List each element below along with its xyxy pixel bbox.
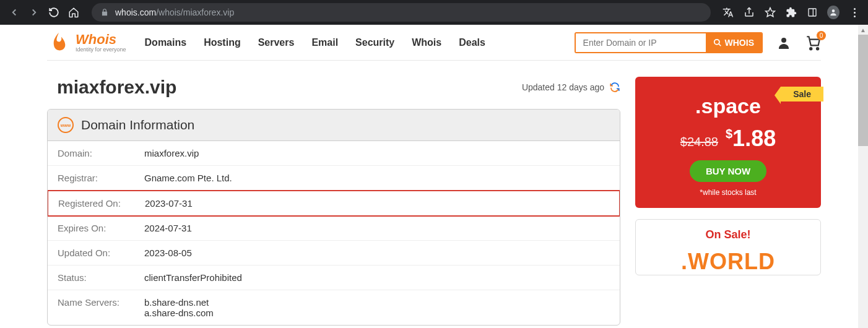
row-name-servers: Name Servers: b.share-dns.net a.share-dn…: [48, 290, 620, 325]
value-domain: miaxforex.vip: [144, 148, 199, 158]
nav-whois[interactable]: Whois: [412, 37, 441, 48]
value-status: clientTransferProhibited: [144, 272, 242, 283]
search-button-label: WHOIS: [725, 38, 754, 48]
back-button[interactable]: [7, 6, 21, 19]
value-updated: 2023-08-05: [144, 248, 192, 258]
address-bar[interactable]: whois.com/whois/miaxforex.vip: [92, 3, 711, 22]
onsale-tld: .WORLD: [636, 249, 820, 275]
promo-old-price: $24.88: [680, 135, 718, 149]
stock-note: *while stocks last: [635, 188, 821, 197]
onsale-title: On Sale!: [636, 228, 820, 241]
currency-symbol: $: [726, 127, 732, 140]
row-updated-on: Updated On: 2023-08-05: [48, 241, 620, 265]
updated-info: Updated 12 days ago: [522, 82, 620, 93]
row-registrar: Registrar: Gname.com Pte. Ltd.: [48, 166, 620, 191]
buy-now-button[interactable]: BUY NOW: [690, 160, 766, 182]
scroll-up-arrow[interactable]: ▲: [858, 25, 868, 35]
row-expires-on: Expires On: 2024-07-31: [48, 216, 620, 241]
home-button[interactable]: [67, 6, 80, 19]
svg-point-5: [714, 39, 719, 44]
svg-point-8: [810, 48, 812, 50]
cart-count-badge: 0: [817, 31, 826, 40]
label-nameservers: Name Servers:: [58, 297, 144, 318]
label-domain: Domain:: [58, 148, 144, 158]
refresh-icon[interactable]: [609, 82, 620, 93]
promo-card-space: Sale .space $24.88 $1.88 BUY NOW *while …: [635, 77, 821, 208]
nav-deals[interactable]: Deals: [459, 37, 485, 48]
forward-button[interactable]: [27, 6, 41, 19]
label-registered: Registered On:: [58, 198, 145, 209]
browser-toolbar: whois.com/whois/miaxforex.vip: [0, 0, 868, 25]
row-registered-on: Registered On: 2023-07-31: [47, 190, 620, 217]
logo-text: Whois: [76, 33, 126, 46]
svg-point-4: [832, 9, 835, 12]
nav-servers[interactable]: Servers: [258, 37, 295, 48]
side-panel-icon[interactable]: [806, 6, 818, 19]
svg-text:www: www: [60, 123, 71, 127]
vertical-scrollbar[interactable]: ▲: [858, 25, 868, 328]
svg-rect-2: [809, 9, 816, 16]
label-updated: Updated On:: [58, 248, 144, 258]
row-status: Status: clientTransferProhibited: [48, 265, 620, 290]
whois-search-button[interactable]: WHOIS: [706, 33, 762, 52]
label-registrar: Registrar:: [58, 173, 144, 183]
url-path: /whois/miaxforex.vip: [156, 7, 234, 17]
url-host: whois.com: [115, 7, 156, 17]
svg-marker-1: [766, 8, 775, 17]
updated-text: Updated 12 days ago: [522, 82, 604, 92]
browser-right-icons: [722, 6, 861, 19]
lock-icon: [100, 8, 109, 17]
promo-new-price: $1.88: [726, 126, 776, 152]
scroll-thumb[interactable]: [858, 35, 868, 146]
svg-line-6: [718, 43, 721, 46]
menu-dots-icon[interactable]: [848, 6, 861, 19]
ns-1: b.share-dns.net: [144, 297, 214, 308]
nav-domains[interactable]: Domains: [145, 37, 187, 48]
sale-tag: Sale: [781, 87, 823, 101]
cart-icon[interactable]: 0: [805, 35, 821, 51]
profile-avatar[interactable]: [827, 6, 840, 19]
extensions-icon[interactable]: [785, 6, 797, 19]
main-nav: Domains Hosting Servers Email Security W…: [145, 37, 485, 48]
nav-security[interactable]: Security: [355, 37, 394, 48]
whois-search-form: WHOIS: [575, 32, 763, 53]
translate-icon[interactable]: [722, 6, 734, 19]
flame-icon: [47, 31, 71, 54]
account-icon[interactable]: [776, 35, 791, 50]
domain-search-input[interactable]: [576, 33, 706, 52]
svg-point-9: [817, 48, 818, 50]
row-domain: Domain: miaxforex.vip: [48, 141, 620, 166]
value-registrar: Gname.com Pte. Ltd.: [144, 173, 232, 183]
search-icon: [713, 38, 722, 47]
ns-2: a.share-dns.com: [144, 308, 214, 318]
label-expires: Expires On:: [58, 223, 144, 233]
panel-heading: Domain Information: [81, 118, 194, 132]
site-logo[interactable]: Whois Identity for everyone: [47, 31, 126, 54]
share-icon[interactable]: [743, 6, 755, 19]
price-value: 1.88: [732, 126, 776, 151]
bookmark-star-icon[interactable]: [764, 6, 776, 19]
value-expires: 2024-07-31: [144, 223, 192, 233]
nav-hosting[interactable]: Hosting: [204, 37, 241, 48]
site-header: Whois Identity for everyone Domains Host…: [47, 25, 821, 61]
logo-tagline: Identity for everyone: [76, 46, 126, 53]
panel-header: www Domain Information: [48, 110, 620, 141]
domain-info-panel: www Domain Information Domain: miaxforex…: [47, 109, 620, 326]
reload-button[interactable]: [47, 6, 61, 19]
page-title: miaxforex.vip: [57, 77, 176, 98]
value-nameservers: b.share-dns.net a.share-dns.com: [144, 297, 214, 318]
onsale-card-world: On Sale! .WORLD: [635, 219, 821, 275]
www-icon: www: [58, 117, 74, 133]
label-status: Status:: [58, 272, 144, 283]
svg-point-7: [781, 38, 786, 43]
value-registered: 2023-07-31: [145, 198, 193, 209]
nav-email[interactable]: Email: [311, 37, 338, 48]
